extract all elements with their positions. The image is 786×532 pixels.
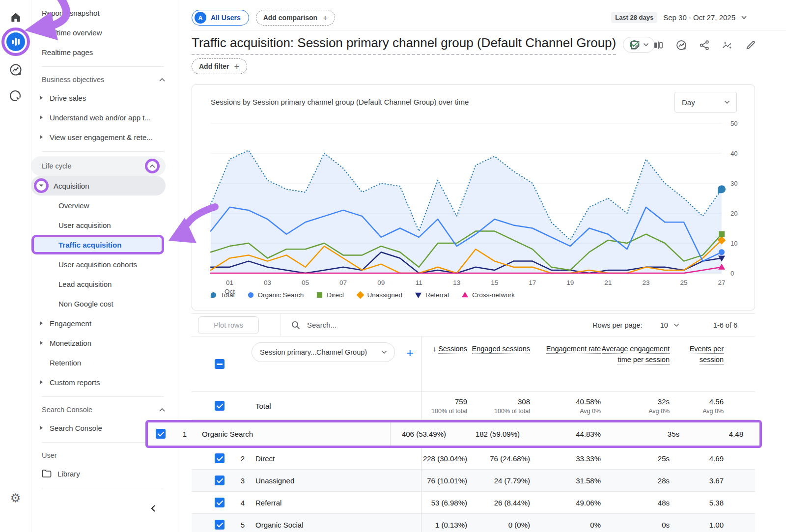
table-row-direct[interactable]: 2Direct228 (30.04%)76 (24.68%)33.33%25s4… [192,448,755,470]
add-filter-button[interactable]: Add filter + [192,58,247,74]
metric-value: 1.00 [670,514,724,532]
plot-rows-button[interactable]: Plot rows [198,316,259,334]
comparison-panels-icon[interactable] [652,39,664,51]
column-label: Engaged sessions [472,345,531,354]
table-controls: Plot rows Search... Rows per page: 10 1-… [192,313,755,336]
sidebar-section-search-console[interactable]: Search Console [31,401,178,418]
sidebar-section-business-objectives[interactable]: Business objectives [31,71,178,88]
legend-label: Direct [327,291,344,299]
svg-text:07: 07 [339,279,347,286]
metric-value: 0 (0%) [467,514,530,532]
reports-nav-icon[interactable] [0,32,31,51]
advertising-icon[interactable] [0,89,31,103]
column-header-engaged-sessions[interactable]: Engaged sessions [467,336,530,392]
table-header: Session primary...Channel Group) + ↓Sess… [192,336,755,392]
sidebar-item-label: Acquisition [54,182,89,190]
chevron-down-icon [382,351,387,354]
insights-icon[interactable] [675,39,687,51]
add-comparison-button[interactable]: Add comparison + [256,10,336,26]
sidebar-item-label: Realtime pages [42,48,93,56]
row-checkbox[interactable] [215,498,225,507]
dimension-select[interactable]: Session primary...Channel Group) [252,342,395,362]
collapse-section-icon[interactable] [145,159,160,173]
metric-value: 759 [455,397,467,406]
svg-text:03: 03 [264,279,271,286]
sidebar-item-custom-reports[interactable]: Custom reports [31,372,178,392]
explore-icon[interactable] [0,63,31,77]
sidebar-section-life-cycle[interactable]: Life cycle [31,156,166,176]
collapse-section-icon[interactable] [159,408,165,412]
chevron-down-icon [741,16,747,19]
column-header-average-engagement-time-per-session[interactable]: Average engagement time per session [601,336,670,392]
column-header-engagement-rate[interactable]: Engagement rate [530,336,601,392]
share-icon[interactable] [699,39,710,51]
sidebar-item-library[interactable]: Library [31,464,178,483]
sidebar-item-acquisition[interactable]: Acquisition [31,176,166,196]
sidebar-item-label: Library [57,470,80,478]
table-row-referral[interactable]: 4Referral53 (6.98%)26 (8.44%)49.06%48s5.… [192,492,755,514]
sidebar-item-user-acquisition[interactable]: User acquisition [31,215,178,235]
date-range-badge: Last 28 days [611,12,657,23]
row-label: Referral [255,492,281,513]
row-label: Unassigned [255,470,294,491]
row-checkbox[interactable] [215,453,225,463]
sidebar-item-monetization[interactable]: Monetization [31,333,178,353]
collapse-section-icon[interactable] [159,78,165,82]
sidebar-item-reports-snapshot[interactable]: Reports snapshot [31,3,178,23]
column-label: Average engagement time per session [602,345,670,364]
svg-text:15: 15 [491,279,498,286]
unassigned-marker-icon [357,291,364,299]
all-users-segment-pill[interactable]: A All Users [192,10,249,26]
plus-icon: + [234,62,239,71]
home-icon[interactable] [0,11,31,24]
add-dimension-button[interactable]: + [406,345,414,361]
date-range-picker[interactable]: Last 28 days Sep 30 - Oct 27, 2025 [611,12,747,23]
metric-value: 5.38 [670,492,724,513]
row-checkbox[interactable] [215,476,225,485]
sidebar-item-engagement[interactable]: Engagement [31,313,178,333]
settings-icon[interactable]: ⚙ [0,492,31,504]
header-divider [192,30,786,30]
notes-icon[interactable] [629,39,641,51]
avg-engagement-time-value: 35s [601,422,679,446]
sidebar-item-drive-sales[interactable]: Drive sales [31,88,178,108]
row-checkbox[interactable] [215,520,225,530]
collapse-sidebar-icon[interactable] [149,504,157,512]
table-search-input[interactable]: Search... [291,320,337,330]
row-checkbox[interactable] [156,429,166,439]
sidebar-section-user[interactable]: User [31,447,178,464]
table-row-organic-social[interactable]: 5Organic Social1 (0.13%)0 (0%)0%0s1.00 [192,514,755,532]
edit-icon[interactable] [745,39,757,51]
metric-value: 0s [601,514,670,532]
search-icon [291,320,301,330]
sidebar-item-realtime-pages[interactable]: Realtime pages [31,42,178,62]
sidebar-item-traffic-acquisition[interactable]: Traffic acquisition [34,237,162,252]
organic-search-row[interactable]: 1 Organic Search 406 (53.49%) 182 (59.09… [145,420,762,448]
table-total-row: Total 759100% of total308100% of total40… [192,392,755,420]
ga4-traffic-acquisition-report: ⚙ Reports snapshotRealtime overviewRealt… [0,0,786,532]
metric-value: 3.67 [670,470,724,491]
row-number: 1 [177,422,192,446]
sidebar-item-understand-web-and-or-app-t[interactable]: Understand web and/or app t... [31,108,178,127]
rows-per-page-value[interactable]: 10 [660,321,668,329]
folder-icon [42,470,52,477]
total-label: Total [255,392,271,420]
sidebar-item-retention[interactable]: Retention [31,353,178,372]
sidebar-item-lead-acquisition[interactable]: Lead acquisition [31,274,178,294]
sidebar-item-user-acquisition-cohorts[interactable]: User acquisition cohorts [31,254,178,274]
plus-icon: + [322,13,328,23]
row-number: 4 [236,492,250,513]
column-header-sessions[interactable]: ↓Sessions [421,336,467,392]
row-checkbox[interactable] [215,401,225,411]
granularity-select[interactable]: Day [674,92,737,112]
select-all-checkbox[interactable] [215,359,225,369]
table-row-unassigned[interactable]: 3Unassigned76 (10.01%)24 (7.79%)31.58%28… [192,470,755,492]
sidebar-item-view-user-engagement-rete[interactable]: View user engagement & rete... [31,127,178,147]
sidebar-item-overview[interactable]: Overview [31,196,178,215]
column-header-events-per-session[interactable]: Events per session [670,336,724,392]
sparkline-insights-icon[interactable] [722,39,733,51]
chevron-down-icon[interactable] [674,324,679,327]
sidebar-item-non-google-cost[interactable]: Non Google cost [31,294,178,313]
sidebar-item-realtime-overview[interactable]: Realtime overview [31,23,178,42]
metric-value: 76 (24.68%) [467,448,530,469]
